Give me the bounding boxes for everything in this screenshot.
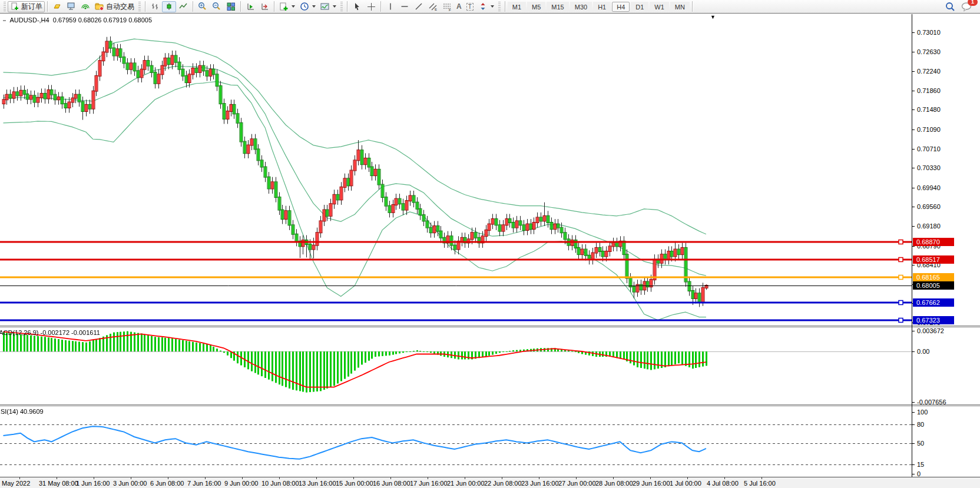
auto-trading-button[interactable]: 自动交易 xyxy=(92,1,137,12)
rsi-canvas[interactable] xyxy=(0,406,912,477)
level-price-badge[interactable]: 0.67323 xyxy=(913,316,954,324)
toolbar-right: 1 xyxy=(945,1,978,12)
macd-canvas[interactable] xyxy=(0,327,912,404)
rsi-scale-label: 15 xyxy=(917,461,924,468)
cursor-button[interactable] xyxy=(350,1,364,12)
templates-button[interactable] xyxy=(318,1,339,12)
time-axis-tick xyxy=(279,477,280,479)
text-label-button[interactable]: T xyxy=(464,1,476,12)
new-order-button[interactable]: 新订单 xyxy=(8,1,45,12)
indicators-button[interactable] xyxy=(277,1,297,12)
separator xyxy=(145,1,145,12)
text-icon: A xyxy=(456,2,462,11)
bar-chart-button[interactable] xyxy=(148,1,162,12)
market-watch-button[interactable] xyxy=(64,1,78,12)
price-tick-mark xyxy=(912,52,915,52)
level-price-badge[interactable]: 0.67662 xyxy=(913,298,954,307)
chart-shift-button[interactable] xyxy=(257,1,272,12)
fibonacci-icon: F xyxy=(442,2,452,11)
tile-windows-button[interactable] xyxy=(224,1,238,12)
trendline-button[interactable] xyxy=(412,1,426,12)
time-axis-label: 31 May 08:00 xyxy=(39,480,78,487)
level-price-badge[interactable]: 0.68165 xyxy=(913,273,954,281)
chart-shift-marker[interactable]: ▼ xyxy=(710,14,716,20)
rsi-scale-tick xyxy=(912,412,915,413)
chart-window: AUDUSD-,H4 0.67959 0.68026 0.67919 0.680… xyxy=(0,14,980,488)
chart-title-symbol: AUDUSD-,H4 xyxy=(9,16,49,24)
toolbar-grip[interactable] xyxy=(138,2,141,11)
price-tick-label: 0.71090 xyxy=(917,126,941,133)
time-axis-label: 15 Jun 00:00 xyxy=(336,480,373,487)
timeframe-m30[interactable]: M30 xyxy=(570,2,592,12)
timeframe-w1[interactable]: W1 xyxy=(650,2,669,12)
candlestick-chart-button[interactable] xyxy=(162,1,176,12)
zoom-out-button[interactable] xyxy=(210,1,224,12)
level-price-badge[interactable]: 0.68517 xyxy=(913,255,954,264)
arrows-button[interactable] xyxy=(476,1,496,12)
signal-button[interactable] xyxy=(78,1,92,12)
timeframe-h4[interactable]: H4 xyxy=(612,2,630,12)
tile-windows-icon xyxy=(226,2,236,11)
notifications-icon[interactable]: 1 xyxy=(961,1,974,12)
fibonacci-button[interactable]: F xyxy=(440,1,454,12)
equidistant-channel-button[interactable]: E xyxy=(426,1,440,12)
line-chart-icon xyxy=(178,2,188,11)
timeframe-group: M1M5M15M30H1H4D1W1MN xyxy=(508,2,690,12)
price-tick-label: 0.73010 xyxy=(917,29,941,36)
auto-scroll-button[interactable] xyxy=(243,1,257,12)
time-axis-tick xyxy=(613,477,614,479)
dropdown-caret xyxy=(312,5,316,8)
line-chart-button[interactable] xyxy=(176,1,190,12)
timeframe-mn[interactable]: MN xyxy=(670,2,690,12)
svg-text:F: F xyxy=(449,8,451,11)
timeframe-d1[interactable]: D1 xyxy=(631,2,648,12)
text-button[interactable]: A xyxy=(454,1,464,12)
time-axis-tick xyxy=(57,477,57,479)
horizontal-line-button[interactable] xyxy=(398,1,412,12)
time-axis-tick xyxy=(687,477,688,479)
time-axis-label: 3 Jun 00:00 xyxy=(113,480,147,487)
time-axis-label: 28 Jun 08:00 xyxy=(595,480,633,487)
time-axis-label: 7 Jun 16:00 xyxy=(187,480,221,487)
crosshair-button[interactable] xyxy=(364,1,378,12)
toolbar-grip[interactable] xyxy=(4,2,6,11)
search-icon[interactable] xyxy=(945,2,955,11)
time-axis-label: 27 Jun 00:00 xyxy=(558,480,596,487)
level-price-badge[interactable]: 0.68870 xyxy=(913,238,954,246)
time-axis-tick xyxy=(390,477,391,479)
time-axis[interactable]: May 202231 May 08:001 Jun 16:003 Jun 00:… xyxy=(0,477,980,488)
timeframe-m5[interactable]: M5 xyxy=(527,2,545,12)
macd-scale-tick xyxy=(912,331,915,331)
price-tick-label: 0.69180 xyxy=(917,223,941,230)
main-chart-canvas[interactable] xyxy=(0,14,912,326)
candlestick-chart-icon xyxy=(164,2,174,11)
time-axis-label: 13 Jun 16:00 xyxy=(299,480,336,487)
gold-button[interactable] xyxy=(50,1,64,12)
vertical-line-button[interactable] xyxy=(383,1,398,12)
price-tick-mark xyxy=(912,207,915,207)
toolbar-grip[interactable] xyxy=(340,2,343,11)
text-label-icon: T xyxy=(466,3,474,11)
price-tick-mark xyxy=(912,71,915,72)
time-axis-tick xyxy=(353,477,354,479)
timeframe-m1[interactable]: M1 xyxy=(508,2,526,12)
toolbar-grip[interactable] xyxy=(498,2,501,11)
equidistant-channel-icon: E xyxy=(428,2,438,11)
separator xyxy=(240,1,241,12)
time-axis-label: 10 Jun 08:00 xyxy=(261,480,299,487)
macd-scale-tick xyxy=(912,351,915,352)
new-order-label: 新订单 xyxy=(21,2,42,12)
separator xyxy=(274,1,274,12)
periods-button[interactable] xyxy=(297,1,318,12)
rsi-label: RSI(14) 40.9609 xyxy=(0,408,44,415)
timeframe-h1[interactable]: H1 xyxy=(593,2,611,12)
price-tick-label: 0.69560 xyxy=(917,203,941,210)
price-tick-label: 0.72630 xyxy=(917,48,941,55)
separator xyxy=(193,1,193,12)
price-tick-mark xyxy=(912,246,915,247)
chart-title: AUDUSD-,H4 0.67959 0.68026 0.67919 0.680… xyxy=(3,16,152,24)
level-price-badge[interactable]: 0.68005 xyxy=(913,281,954,290)
zoom-in-button[interactable] xyxy=(196,1,210,12)
timeframe-m15[interactable]: M15 xyxy=(547,2,568,12)
rsi-scale-label: 80 xyxy=(917,421,924,428)
